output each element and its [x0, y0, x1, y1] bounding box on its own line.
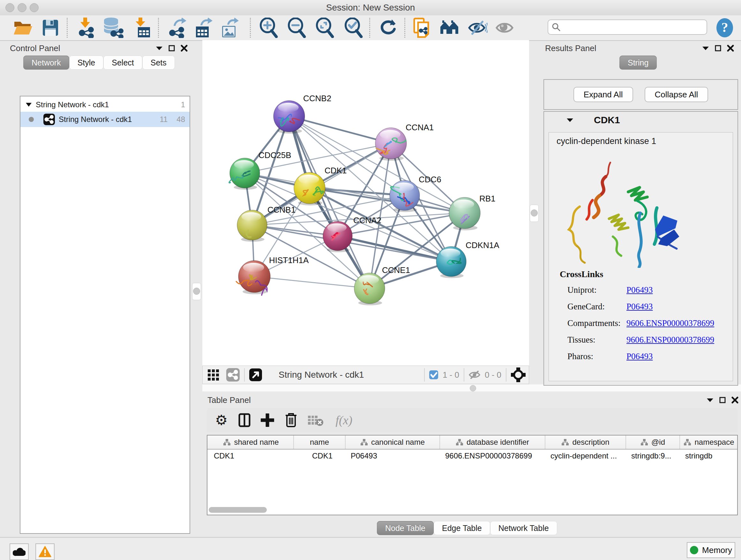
- float-panel-icon[interactable]: [715, 45, 721, 51]
- zoom-out-icon[interactable]: [287, 17, 307, 38]
- panel-menu-icon[interactable]: [702, 46, 709, 51]
- cell-canonicalname[interactable]: P06493: [346, 449, 440, 463]
- node-table[interactable]: shared namenamecanonical namedatabase id…: [207, 435, 738, 515]
- network-collection-row[interactable]: String Network - cdk1 1: [20, 98, 190, 112]
- warning-button[interactable]: [36, 543, 55, 560]
- close-panel-icon[interactable]: [727, 45, 734, 52]
- crosslink-value-link[interactable]: 9606.ENSP00000378699: [626, 335, 714, 345]
- node-cdkn1a[interactable]: CDKN1A: [436, 240, 499, 278]
- node-hist1h1a[interactable]: HIST1H1A: [236, 255, 309, 295]
- column-header-name[interactable]: name: [294, 435, 346, 449]
- zoom-fit-icon[interactable]: [315, 17, 334, 38]
- import-database-icon[interactable]: [103, 17, 124, 38]
- search-input[interactable]: [563, 22, 698, 32]
- delete-table-icon[interactable]: [307, 414, 324, 427]
- import-network-icon[interactable]: [77, 17, 95, 38]
- collapse-all-button[interactable]: Collapse All: [645, 87, 709, 102]
- close-panel-icon[interactable]: [731, 396, 738, 403]
- column-header-id[interactable]: @id: [626, 435, 680, 449]
- open-session-icon[interactable]: [13, 17, 33, 38]
- tab-style[interactable]: Style: [69, 56, 104, 70]
- help-icon[interactable]: ?: [715, 17, 735, 38]
- network-share-icon[interactable]: [226, 368, 240, 381]
- left-splitter-handle[interactable]: [192, 283, 201, 300]
- tab-edge-table[interactable]: Edge Table: [434, 521, 490, 535]
- tab-string[interactable]: String: [619, 56, 657, 70]
- crosslink-value-link[interactable]: P06493: [626, 352, 653, 361]
- tab-network[interactable]: Network: [23, 56, 69, 70]
- export-table-icon[interactable]: [194, 17, 212, 38]
- edge-hist1h1a-ccne1[interactable]: [254, 276, 369, 288]
- crosslink-row: Pharos:P06493: [567, 352, 727, 361]
- memory-button[interactable]: Memory: [687, 542, 735, 558]
- right-splitter-handle[interactable]: [530, 205, 539, 222]
- node-rb1[interactable]: RB1: [449, 194, 495, 230]
- cell-databaseidentifier[interactable]: 9606.ENSP00000378699: [440, 449, 545, 463]
- protein-structure-image: [561, 153, 681, 268]
- splitter-handle-dot[interactable]: [470, 385, 476, 391]
- column-header-sharedname[interactable]: shared name: [209, 435, 294, 449]
- cell-sharedname[interactable]: CDK1: [209, 449, 294, 463]
- delete-column-icon[interactable]: [285, 413, 297, 428]
- node-label: CDK1: [325, 166, 347, 175]
- pan-crosshair-icon[interactable]: [511, 368, 526, 382]
- cell-name[interactable]: CDK1: [294, 449, 346, 463]
- float-panel-icon[interactable]: [169, 45, 175, 51]
- zoom-selected-icon[interactable]: [344, 17, 363, 38]
- node-label: CDC25B: [259, 150, 291, 160]
- node-cdc6[interactable]: CDC6: [390, 175, 441, 212]
- network-snapshot-icon[interactable]: [413, 17, 431, 38]
- column-header-namespace[interactable]: namespace: [680, 435, 738, 449]
- zoom-in-icon[interactable]: [259, 17, 278, 38]
- export-image-icon[interactable]: [220, 17, 239, 38]
- panel-menu-icon[interactable]: [156, 46, 163, 51]
- selected-checkbox-icon[interactable]: [429, 370, 438, 379]
- add-column-icon[interactable]: [261, 414, 274, 427]
- network-edge-count: 48: [177, 115, 185, 124]
- memory-label: Memory: [702, 545, 732, 555]
- cloud-button[interactable]: [10, 543, 29, 560]
- search-field[interactable]: [548, 19, 707, 35]
- cell-namespace[interactable]: stringdb: [680, 449, 738, 463]
- tab-sets[interactable]: Sets: [142, 56, 175, 70]
- refresh-icon[interactable]: [379, 17, 396, 38]
- tab-select[interactable]: Select: [104, 56, 142, 70]
- node-cdk1[interactable]: CDK1: [294, 166, 347, 205]
- node-label: HIST1H1A: [269, 255, 309, 265]
- table-settings-icon[interactable]: ⚙: [215, 413, 227, 427]
- node-ccne1[interactable]: CCNE1: [354, 265, 410, 305]
- crosslink-value-link[interactable]: P06493: [626, 302, 653, 312]
- show-columns-icon[interactable]: [239, 413, 251, 427]
- expand-all-button[interactable]: Expand All: [574, 87, 633, 102]
- svg-text:?: ?: [722, 20, 728, 35]
- network-canvas[interactable]: CCNB2CCNA1CDC25BCDK1CDC6RB1CCNB1CCNA2CDK…: [202, 40, 529, 366]
- grid-view-icon[interactable]: [207, 369, 219, 381]
- column-header-canonicalname[interactable]: canonical name: [346, 435, 440, 449]
- hidden-eye-icon[interactable]: [469, 370, 480, 380]
- cell-id[interactable]: stringdb:9...: [626, 449, 680, 463]
- save-session-icon[interactable]: [42, 17, 59, 38]
- cell-description[interactable]: cyclin-dependent ...: [545, 449, 626, 463]
- birdseye-view-icon[interactable]: [249, 368, 262, 381]
- float-panel-icon[interactable]: [719, 397, 726, 403]
- close-panel-icon[interactable]: [181, 45, 188, 52]
- crosslink-value-link[interactable]: 9606.ENSP00000378699: [626, 318, 714, 328]
- crosslink-value-link[interactable]: P06493: [626, 285, 653, 295]
- column-header-description[interactable]: description: [545, 435, 626, 449]
- hide-graphics-icon[interactable]: [468, 17, 488, 38]
- panel-menu-icon[interactable]: [706, 397, 714, 402]
- function-builder-icon[interactable]: f(x): [335, 413, 352, 427]
- column-header-databaseidentifier[interactable]: database identifier: [440, 435, 545, 449]
- toolbar-separator: [250, 18, 251, 38]
- tree-expander-icon[interactable]: [25, 102, 32, 107]
- show-graphics-icon[interactable]: [495, 17, 515, 38]
- import-table-icon[interactable]: [134, 17, 151, 38]
- birdseye-home-icon[interactable]: [440, 17, 460, 38]
- protein-section-header[interactable]: CDK1: [544, 112, 738, 128]
- export-network-icon[interactable]: [169, 17, 186, 38]
- tab-network-table[interactable]: Network Table: [490, 521, 557, 535]
- node-ccna1[interactable]: CCNA1: [375, 123, 434, 161]
- horizontal-scrollbar-thumb[interactable]: [209, 507, 267, 513]
- network-row-selected[interactable]: String Network - cdk1 11 48: [20, 112, 190, 127]
- tab-node-table[interactable]: Node Table: [377, 521, 434, 535]
